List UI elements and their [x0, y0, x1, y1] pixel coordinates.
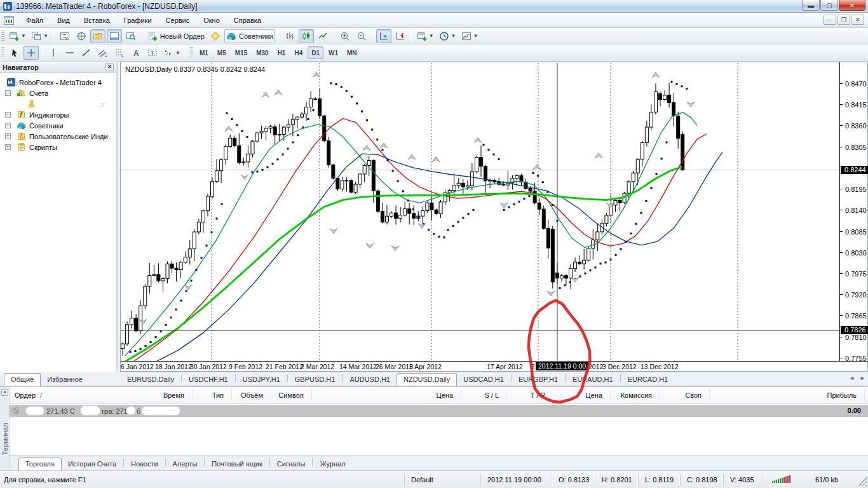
chart-tab-usdcad-h1[interactable]: USDCAD,H1: [457, 374, 510, 386]
navigator-tab-избранное[interactable]: Избранное: [41, 374, 89, 386]
column-11[interactable]: Прибыль: [729, 391, 857, 399]
indicators-button[interactable]: ▼: [459, 29, 480, 43]
mdi-restore-button[interactable]: ❐: [837, 15, 850, 25]
date-axis[interactable]: 6 Jan 201218 Jan 201230 Jan 20129 Feb 20…: [121, 361, 868, 372]
arrows-tool[interactable]: ▼: [161, 46, 182, 60]
navigator-item-счета[interactable]: −Счета: [0, 88, 116, 98]
terminal-tab-журнал[interactable]: Журнал: [313, 458, 351, 470]
chart-tab-usdjpy-h1[interactable]: USDJPY,H1: [236, 374, 287, 386]
dropdown-arrow-icon[interactable]: ▼: [451, 33, 456, 39]
dropdown-arrow-icon[interactable]: ▼: [21, 33, 26, 39]
chart-tab-usdchf-h1[interactable]: USDCHF,H1: [182, 374, 234, 386]
navigator-toggle-button[interactable]: [90, 29, 105, 43]
chart-tab-nzdusd-daily[interactable]: NZDUSD,Daily: [397, 373, 457, 386]
terminal-tab-сигналы[interactable]: Сигналы: [271, 458, 312, 470]
toolbar-grip[interactable]: [1, 47, 4, 58]
timeframe-w1[interactable]: W1: [325, 46, 342, 59]
terminal-toggle-button[interactable]: [107, 29, 122, 43]
zoom-out-button[interactable]: [354, 29, 369, 43]
dropdown-arrow-icon[interactable]: ▼: [175, 50, 180, 56]
strategy-tester-button[interactable]: [123, 29, 139, 43]
new-order-button[interactable]: Новый Ордер: [146, 29, 207, 43]
column-order[interactable]: Ордер: [15, 391, 36, 399]
navigator-item-roboforex-metatrader-4[interactable]: RoboForex - MetaTrader 4: [0, 77, 116, 88]
fibonacci-tool[interactable]: F: [112, 46, 127, 60]
menu-7[interactable]: Справка: [227, 15, 268, 26]
close-button[interactable]: ✕: [839, 0, 865, 11]
navigator-tab-общие[interactable]: Общие: [4, 373, 41, 386]
toolbar-grip[interactable]: [190, 47, 193, 58]
terminal-tab-новости[interactable]: Новости: [125, 458, 165, 470]
expand-icon[interactable]: +: [5, 133, 11, 139]
balance-row[interactable]: 271.43 Стра: 271б 0.00: [10, 405, 868, 417]
dropdown-arrow-icon[interactable]: ▼: [43, 33, 48, 39]
timeframe-h1[interactable]: H1: [274, 46, 290, 59]
tabs-scroll-left-icon[interactable]: ◄: [849, 375, 855, 381]
new-chart-dropdown-button[interactable]: ▼: [415, 29, 436, 43]
terminal-close-icon[interactable]: ✕: [1, 389, 8, 396]
line-chart-mode-button[interactable]: [315, 29, 330, 43]
expand-icon[interactable]: +: [5, 144, 11, 150]
toolbar-grip[interactable]: [1, 30, 4, 42]
maximize-button[interactable]: ▢: [820, 0, 838, 11]
navigator-item-скрипты[interactable]: +Скрипты: [0, 142, 116, 152]
timeframe-mn[interactable]: MN: [343, 46, 361, 59]
auto-scroll-button[interactable]: [376, 29, 391, 43]
timeframe-d1[interactable]: D1: [308, 46, 323, 59]
navigator-item-account[interactable]: ак Egor: [0, 98, 116, 109]
dropdown-arrow-icon[interactable]: ▼: [429, 33, 434, 39]
menu-5[interactable]: Сервис: [159, 15, 197, 26]
menu-2[interactable]: Вид: [50, 15, 77, 26]
menu-4[interactable]: Графики: [117, 15, 159, 26]
cursor-tool[interactable]: [7, 46, 22, 60]
timeframe-h4[interactable]: H4: [290, 46, 306, 59]
timeframe-m15[interactable]: M15: [231, 46, 251, 59]
market-watch-button[interactable]: [57, 29, 72, 43]
text-tool[interactable]: A: [128, 46, 144, 60]
terminal-tab-торговля[interactable]: Торговля: [18, 458, 62, 471]
menu-6[interactable]: Окно: [196, 15, 227, 26]
periods-button[interactable]: ▼: [437, 29, 458, 43]
mdi-close-button[interactable]: ✕: [851, 15, 864, 25]
profiles-button[interactable]: ▼: [29, 29, 50, 43]
candlestick-mode-button[interactable]: [299, 29, 314, 43]
navigator-item-советники[interactable]: +Советники: [0, 120, 116, 131]
chart-window-icon[interactable]: [4, 16, 14, 25]
expert-advisors-button[interactable]: Советники: [224, 29, 275, 43]
new-chart-button[interactable]: ▼: [7, 29, 28, 43]
column-4[interactable]: Символ: [177, 391, 304, 399]
resize-grip[interactable]: [858, 477, 867, 486]
chart-tab-euraud-h1[interactable]: EURAUD,H1: [566, 374, 620, 386]
price-axis[interactable]: 0.84700.84150.83600.83050.81950.81400.80…: [839, 62, 868, 362]
text-label-tool[interactable]: T: [145, 46, 160, 60]
expand-icon[interactable]: +: [5, 112, 11, 118]
menu-1[interactable]: Файл: [19, 15, 50, 26]
chart-tab-eurcad-h1[interactable]: EURCAD,H1: [621, 374, 675, 386]
column-10[interactable]: Своп: [574, 391, 702, 399]
metaeditor-button[interactable]: [208, 29, 223, 43]
navigator-close-icon[interactable]: ✕: [105, 63, 114, 71]
timeframe-m1[interactable]: M1: [196, 46, 212, 59]
equidistant-channel-tool[interactable]: E: [95, 46, 111, 60]
expand-icon[interactable]: +: [5, 123, 11, 128]
crosshair-tool[interactable]: [24, 46, 39, 60]
chart-tab-eurgbp-h1[interactable]: EURGBP,H1: [512, 374, 564, 386]
timeframe-m5[interactable]: M5: [214, 46, 230, 59]
minimize-button[interactable]: ▬: [802, 0, 820, 11]
zoom-in-button[interactable]: [337, 29, 353, 43]
status-profile[interactable]: Default: [404, 474, 480, 485]
timeframe-m30[interactable]: M30: [252, 46, 272, 59]
dropdown-arrow-icon[interactable]: ▼: [473, 33, 478, 39]
menu-3[interactable]: Вставка: [77, 15, 117, 26]
chart-plot-area[interactable]: [121, 63, 839, 362]
terminal-tab-алерты[interactable]: Алерты: [166, 458, 204, 470]
chart-shift-button[interactable]: [393, 29, 408, 43]
horizontal-line-tool[interactable]: [62, 46, 78, 60]
tabs-scroll-right-icon[interactable]: ►: [860, 375, 865, 381]
navigator-item-пользовательские-инди[interactable]: +fПользовательские Инди: [0, 131, 116, 142]
title-bar[interactable]: 139966: MetaTrader 4 - RoboForex - [NZDU…: [0, 0, 868, 13]
bar-chart-mode-button[interactable]: [282, 29, 297, 43]
collapse-icon[interactable]: −: [5, 90, 11, 96]
vertical-line-tool[interactable]: [46, 46, 61, 60]
chart-tab-eurusd-daily[interactable]: EURUSD,Daily: [121, 374, 180, 386]
